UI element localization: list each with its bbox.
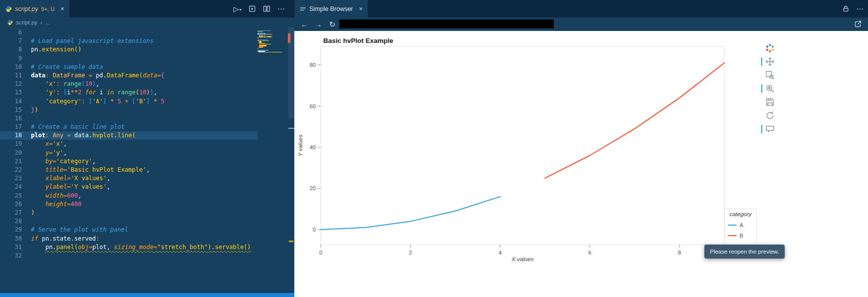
python-icon: [7, 19, 13, 25]
line-number: 6: [0, 28, 22, 37]
tab-script-py[interactable]: script.py 9+, U ×: [0, 0, 69, 17]
url-input-redacted[interactable]: [339, 19, 554, 28]
code-token: [: [132, 98, 135, 105]
code-line[interactable]: 27): [0, 209, 257, 217]
code-line[interactable]: 13 'y': [i**2 for i in range(10)],: [0, 88, 257, 97]
code-text: [22, 28, 31, 37]
code-line[interactable]: 31 pn.panel(obj=plot, sizing_mode="stret…: [0, 243, 257, 252]
line-number: 26: [0, 200, 22, 209]
code-text: plot: Any = data.hvplot.line(: [22, 131, 136, 140]
code-token: [31, 140, 45, 147]
line-number: 11: [0, 71, 22, 80]
reload-icon[interactable]: ↻: [328, 20, 336, 29]
forward-icon[interactable]: →: [314, 20, 322, 28]
horizontal-scrollbar[interactable]: [0, 293, 294, 297]
reset-tool-icon[interactable]: [765, 110, 775, 121]
code-line[interactable]: 29# Serve the plot with panel: [0, 226, 257, 234]
legend-label-B[interactable]: B: [740, 233, 743, 239]
code-line[interactable]: 18plot: Any = data.hvplot.line(: [0, 131, 257, 140]
code-line[interactable]: 32: [0, 252, 257, 260]
more-actions-icon[interactable]: ⋯: [277, 4, 285, 13]
split-editor-icon[interactable]: [263, 5, 270, 12]
code-token: pn: [45, 244, 52, 251]
code-token: data: [143, 72, 157, 79]
code-line[interactable]: 24 ylabel='Y values',: [0, 183, 257, 191]
line-number: 23: [0, 174, 22, 183]
code-line[interactable]: 19 x='x',: [0, 140, 257, 148]
code-token: 'x': [52, 140, 63, 147]
code-token: [38, 235, 41, 242]
code-token: .: [89, 132, 92, 139]
code-editor[interactable]: 67# Load panel javascript extensions8pn.…: [0, 27, 294, 293]
vertical-scrollbar[interactable]: [288, 27, 294, 118]
code-line[interactable]: 30if pn.state.served:: [0, 235, 257, 243]
code-line[interactable]: 7# Load panel javascript extensions: [0, 37, 257, 45]
code-line[interactable]: 10# Create sample data: [0, 63, 257, 71]
run-python-file-button[interactable]: ▷ ▾: [233, 5, 241, 13]
code-line[interactable]: 23 xlabel='X values',: [0, 174, 257, 183]
minimap[interactable]: [257, 29, 288, 54]
code-line[interactable]: 14 'category': ['A'] * 5 + ['B'] * 5: [0, 97, 257, 106]
simple-browser-icon: [299, 5, 306, 12]
pan-tool-icon[interactable]: [765, 56, 775, 67]
code-token: :: [96, 235, 99, 242]
code-line[interactable]: 12 'x': range(10),: [0, 80, 257, 88]
code-text: by='category',: [22, 157, 96, 166]
breadcrumb-symbol[interactable]: ...: [45, 19, 50, 25]
chart-title: Basic hvPlot Example: [323, 37, 394, 44]
code-token: if: [31, 235, 38, 242]
tab-simple-browser[interactable]: Simple Browser ×: [294, 0, 368, 17]
code-token: 'A': [92, 98, 103, 105]
hover-tool-icon[interactable]: [765, 124, 775, 134]
secondary-run-icon[interactable]: [248, 5, 256, 12]
line-number: 16: [0, 114, 22, 123]
save-tool-icon[interactable]: [765, 97, 775, 107]
code-line[interactable]: 28: [0, 217, 257, 226]
code-token: ]: [103, 98, 107, 105]
line-number: 24: [0, 183, 22, 191]
line-number: 29: [0, 226, 22, 234]
code-line[interactable]: 11data: DataFrame = pd.DataFrame(data={: [0, 71, 257, 80]
close-icon[interactable]: ×: [359, 5, 363, 12]
code-line[interactable]: 20 y='y',: [0, 149, 257, 157]
workspace-trust-lock-icon[interactable]: [842, 5, 850, 12]
more-actions-icon[interactable]: ⋯: [856, 4, 864, 13]
code-line[interactable]: 21 by='category',: [0, 157, 257, 166]
code-token: [31, 98, 45, 105]
holoviews-logo-icon[interactable]: [765, 43, 775, 53]
code-line[interactable]: 9: [0, 54, 257, 63]
code-token: =: [52, 158, 56, 165]
wheel-zoom-tool-icon[interactable]: [765, 83, 775, 94]
code-line[interactable]: 22 title='Basic hvPlot Example',: [0, 166, 257, 174]
code-token: (: [136, 89, 139, 96]
legend-label-A[interactable]: A: [740, 222, 744, 228]
breadcrumb-file[interactable]: script.py: [16, 19, 37, 25]
code-token: line: [118, 132, 132, 139]
code-token: # Load panel javascript extensions: [31, 37, 154, 44]
code-line[interactable]: 25 width=600,: [0, 192, 257, 200]
close-icon[interactable]: ×: [60, 5, 64, 12]
tab-label: Simple Browser: [309, 5, 353, 12]
code-token: ,: [107, 183, 110, 190]
code-token: [31, 158, 45, 165]
code-token: ]: [146, 98, 150, 105]
code-text: height=400: [22, 200, 81, 209]
code-token: by: [45, 158, 52, 165]
box-zoom-tool-icon[interactable]: [765, 70, 775, 80]
code-text: # Create a basic line plot: [22, 123, 125, 131]
code-token: 'y': [52, 149, 63, 156]
code-line[interactable]: 17# Create a basic line plot: [0, 123, 257, 131]
code-token: state: [52, 235, 70, 242]
code-line[interactable]: 15}): [0, 106, 257, 114]
y-tick-label: 80: [310, 62, 316, 68]
code-line[interactable]: 26 height=400: [0, 200, 257, 209]
code-line[interactable]: 6: [0, 28, 257, 37]
code-token: .: [114, 132, 117, 139]
code-token: [31, 175, 45, 182]
code-line[interactable]: 16: [0, 114, 257, 123]
code-text: [22, 54, 31, 63]
back-icon[interactable]: ←: [300, 20, 308, 28]
open-external-icon[interactable]: [854, 20, 862, 28]
code-token: ,: [96, 80, 99, 87]
code-line[interactable]: 8pn.extension(): [0, 45, 257, 54]
